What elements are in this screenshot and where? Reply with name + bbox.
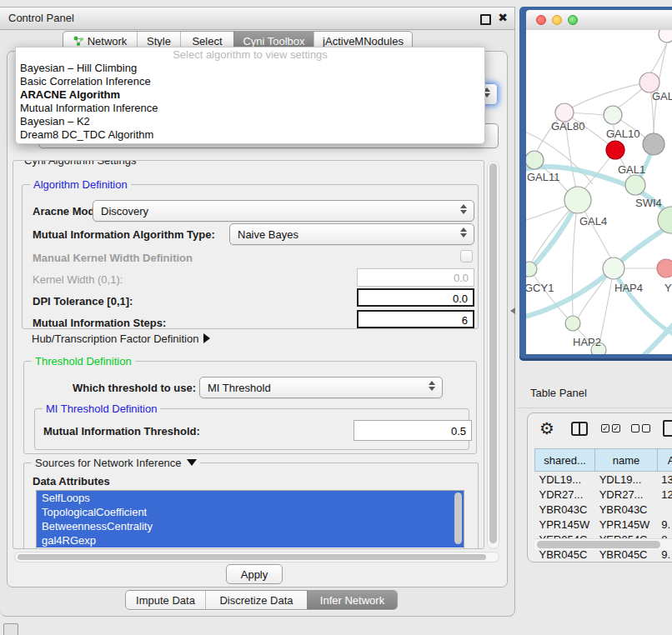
node-unlabeled-top[interactable] <box>659 30 672 42</box>
algorithm-definition-group: Algorithm Definition Aracne Mode: Discov… <box>22 184 479 329</box>
data-attributes-list: SelfLoops TopologicalCoefficient Between… <box>36 490 464 549</box>
zoom-window-icon[interactable] <box>568 15 578 25</box>
collapse-down-icon <box>187 459 197 466</box>
panel-resize-grip[interactable] <box>3 623 18 635</box>
node-hap4[interactable] <box>603 258 624 279</box>
kernel-width-field[interactable]: 0.0 <box>357 268 474 287</box>
dropdown-item-aracne[interactable]: ARACNE Algorithm <box>16 88 484 102</box>
mi-threshold-definition-group: MI Threshold Definition Mutual Informati… <box>34 408 469 450</box>
settings-horizontal-scrollbar[interactable] <box>14 552 499 562</box>
dpi-tolerance-field[interactable]: 0.0 <box>357 288 474 307</box>
sources-title[interactable]: Sources for Network Inference <box>32 457 200 469</box>
network-window-titlebar <box>526 10 672 31</box>
apply-button[interactable]: Apply <box>226 564 283 584</box>
float-window-icon[interactable] <box>480 14 491 25</box>
deselect-all-icon[interactable] <box>631 424 650 432</box>
aracne-mode-value: Discovery <box>101 205 148 218</box>
table-panel-box: ⚙ ✓✓ shared... name A YDL19...YDL19...13… <box>527 412 672 562</box>
manual-kernel-checkbox[interactable] <box>460 250 473 262</box>
node-gcy1[interactable] <box>526 262 537 277</box>
dropdown-item-bayesian-k2[interactable]: Bayesian – K2 <box>16 115 484 128</box>
table-horizontal-scrollbar[interactable] <box>534 538 672 550</box>
dpi-tolerance-label: DPI Tolerance [0,1]: <box>33 295 133 308</box>
dropdown-item-bayesian-hill-climbing[interactable]: Bayesian – Hill Climbing <box>16 62 484 75</box>
node-label-gal4: GAL4 <box>579 215 607 228</box>
mi-algorithm-type-label: Mutual Information Algorithm Type: <box>33 228 215 241</box>
table-panel-title: Table Panel <box>530 387 587 399</box>
node-label-gal10: GAL10 <box>606 128 639 140</box>
algorithm-definition-title: Algorithm Definition <box>30 178 131 191</box>
node-gal10[interactable] <box>604 106 622 124</box>
kernel-width-label: Kernel Width (0,1): <box>33 273 123 286</box>
panel-splitter-handle[interactable] <box>510 308 515 314</box>
list-item-selfloops[interactable]: SelfLoops <box>37 491 464 505</box>
node-hap2[interactable] <box>565 316 580 331</box>
tab-discretize-data[interactable]: Discretize Data <box>205 591 307 609</box>
threshold-definition-group: Threshold Definition Which threshold to … <box>23 361 477 454</box>
node-gal4[interactable] <box>564 187 591 213</box>
list-item-gal4rgexp[interactable]: gal4RGexp <box>37 533 464 548</box>
node-label-hap4: HAP4 <box>614 282 643 294</box>
mi-steps-label: Mutual Information Steps: <box>33 317 166 329</box>
mi-threshold-label: Mutual Information Threshold: <box>43 425 200 438</box>
node-salmon[interactable] <box>657 259 672 278</box>
node-gal80[interactable] <box>555 103 574 122</box>
algorithm-dropdown-prompt: Select algorithm to view settings <box>16 48 484 62</box>
mi-algorithm-type-combobox[interactable]: Naive Bayes <box>229 223 474 245</box>
table-row[interactable]: YBR043CYBR043C <box>535 502 672 517</box>
hub-definition-label: Hub/Transcription Factor Definition <box>32 332 198 345</box>
settings-vertical-scrollbar[interactable] <box>487 161 499 549</box>
node-label-y-cut: Y <box>664 282 672 294</box>
split-view-icon[interactable] <box>571 422 588 436</box>
close-panel-icon[interactable]: ✖ <box>498 11 508 24</box>
algorithm-dropdown-popup: Select algorithm to view settings Bayesi… <box>15 47 485 144</box>
dropdown-item-mutual-information[interactable]: Mutual Information Inference <box>16 102 484 115</box>
sources-group: Sources for Network Inference Data Attri… <box>23 462 479 549</box>
node-label-gal1: GAL1 <box>618 163 645 176</box>
dropdown-item-basic-correlation[interactable]: Basic Correlation Inference <box>16 75 484 88</box>
tab-infer-network[interactable]: Infer Network <box>307 591 397 609</box>
export-table-icon[interactable] <box>663 420 672 437</box>
select-all-icon[interactable]: ✓✓ <box>601 424 620 432</box>
column-header-name[interactable]: name <box>595 449 658 472</box>
minimize-window-icon[interactable] <box>552 15 562 25</box>
node-label-gcy1: GCY1 <box>526 282 554 294</box>
aracne-mode-combobox[interactable]: Discovery <box>93 200 474 222</box>
tab-network-label: Network <box>88 35 128 48</box>
combo-arrows-icon <box>460 228 467 238</box>
cyni-bottom-tab-bar: Impute Data Discretize Data Infer Networ… <box>125 590 398 610</box>
dropdown-item-dream8[interactable]: Dream8 DC_TDC Algorithm <box>16 128 484 142</box>
mi-steps-field[interactable]: 6 <box>357 310 474 328</box>
control-panel-titlebar: Control Panel ✖ <box>0 8 514 30</box>
node-gal1[interactable] <box>625 175 645 195</box>
close-window-icon[interactable] <box>536 15 546 25</box>
node-label-gal11: GAL11 <box>527 171 560 183</box>
node-red-selected[interactable] <box>606 141 624 159</box>
data-attributes-label: Data Attributes <box>33 475 110 488</box>
gear-icon[interactable]: ⚙ <box>539 418 554 438</box>
mi-threshold-field[interactable]: 0.5 <box>354 420 472 441</box>
list-item-topologicalcoefficient[interactable]: TopologicalCoefficient <box>37 505 464 519</box>
table-row[interactable]: YDR27...YDR27...12 <box>535 487 672 502</box>
node-label-swi4: SWI4 <box>635 197 662 209</box>
node-label-gal: GAL <box>652 90 672 102</box>
table-panel-header: Table Panel <box>517 379 672 408</box>
network-canvas[interactable]: GAL GAL80 GAL10 GAL1 GAL11 SWI4 GAL4 GCY… <box>526 30 672 354</box>
table-row[interactable]: YDL19...YDL19...13 <box>535 472 672 488</box>
tab-impute-data[interactable]: Impute Data <box>126 591 205 609</box>
mi-threshold-definition-title: MI Threshold Definition <box>43 402 160 415</box>
node-gal11[interactable] <box>526 151 544 169</box>
attributes-list-scrollbar[interactable] <box>454 492 462 544</box>
table-row[interactable]: YPR145WYPR145W9. <box>535 517 672 532</box>
column-header-cut[interactable]: A <box>657 449 672 472</box>
column-header-shared[interactable]: shared... <box>535 449 595 472</box>
list-item-betweennesscentrality[interactable]: BetweennessCentrality <box>37 519 464 533</box>
node-label-hap2: HAP2 <box>573 336 601 348</box>
which-threshold-combobox[interactable]: MI Threshold <box>199 377 443 398</box>
hub-definition-expander[interactable]: Hub/Transcription Factor Definition <box>32 332 210 345</box>
table-row[interactable]: YBL079WYBL079W <box>535 562 672 562</box>
network-tab-icon <box>73 36 84 47</box>
node-gray[interactable] <box>643 133 664 155</box>
expand-right-icon <box>203 333 210 343</box>
node-label-gal80: GAL80 <box>551 120 584 132</box>
